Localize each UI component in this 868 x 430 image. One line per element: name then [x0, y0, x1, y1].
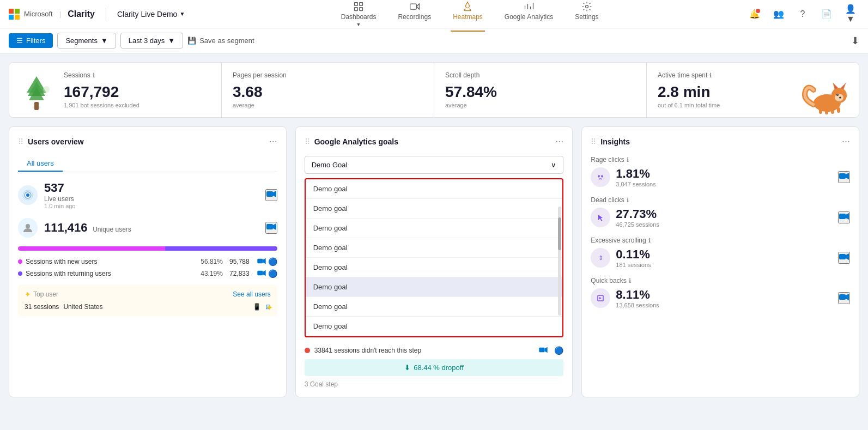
drag-handle-users[interactable]: ⠿	[18, 137, 23, 146]
dashboards-icon	[353, 1, 364, 12]
goals-item-1[interactable]: Demo goal	[306, 179, 563, 199]
goals-menu-button[interactable]: ···	[555, 136, 563, 147]
unique-users-row: 111,416 Unique users	[18, 218, 277, 238]
excessive-scrolling-camera[interactable]	[838, 252, 850, 264]
quick-backs-info[interactable]: ℹ	[629, 277, 631, 284]
nav-item-dashboards[interactable]: Dashboards ▼	[339, 0, 379, 32]
goals-item-5[interactable]: Demo goal	[306, 258, 563, 277]
nav-divider	[106, 8, 106, 21]
svg-point-10	[585, 5, 588, 8]
account-button[interactable]: 👤 ▼	[842, 5, 859, 23]
metric-cards: Sessions ℹ 167,792 1,901 bot sessions ex…	[9, 62, 859, 118]
svg-rect-30	[837, 107, 840, 113]
nav-item-google-analytics[interactable]: Google Analytics	[502, 0, 555, 32]
help-button[interactable]: ?	[794, 5, 811, 23]
toolbar: ☰ Filters Segments ▼ Last 3 days ▼ 💾 Sav…	[0, 28, 868, 53]
unique-users-camera-button[interactable]	[265, 222, 277, 234]
google-analytics-goals-card: ⠿ Google Analytics goals ··· Demo Goal ∨…	[295, 126, 573, 397]
sessions-new-camera[interactable]	[257, 257, 266, 266]
drag-handle-goals[interactable]: ⠿	[305, 137, 310, 146]
svg-rect-3	[360, 7, 363, 10]
rage-clicks-icon	[591, 167, 610, 187]
rage-clicks-stat: 1.81% 3,047 sessions	[591, 167, 850, 187]
rage-clicks-label: Rage clicks ℹ	[591, 156, 850, 163]
svg-rect-48	[839, 173, 846, 179]
excessive-scrolling-label: Excessive scrolling ℹ	[591, 237, 850, 244]
drag-handle-insights[interactable]: ⠿	[591, 137, 596, 146]
notifications-button[interactable]: 🔔	[746, 5, 763, 23]
docs-button[interactable]: 📄	[818, 5, 835, 23]
dead-clicks-camera[interactable]	[838, 211, 850, 223]
dead-clicks-value: 27.73%	[616, 207, 659, 221]
insights-title: Insights	[600, 137, 630, 146]
missed-sessions-text: 33841 sessions didn't reach this step	[314, 347, 421, 354]
sessions-new-flag[interactable]: 🔵	[268, 257, 277, 266]
goals-item-6[interactable]: Demo goal	[306, 277, 563, 297]
unique-users-label: Unique users	[93, 226, 131, 233]
pages-per-session-value: 3.68	[233, 83, 423, 101]
goals-item-4[interactable]: Demo goal	[306, 238, 563, 258]
nav-right: 🔔 👥 ? 📄 👤 ▼	[746, 5, 859, 23]
rage-clicks-sub: 3,047 sessions	[616, 181, 655, 187]
goals-item-2[interactable]: Demo goal	[306, 199, 563, 219]
download-button[interactable]: ⬇	[851, 35, 859, 47]
missed-sessions-camera[interactable]	[539, 347, 548, 355]
dropoff-arrow: ⬇	[404, 364, 410, 372]
goals-scrollbar-thumb[interactable]	[558, 217, 561, 250]
active-time-info-icon[interactable]: ℹ	[709, 72, 712, 79]
svg-point-45	[596, 172, 605, 182]
svg-rect-52	[839, 214, 846, 219]
dead-clicks-info[interactable]: ℹ	[627, 197, 629, 204]
save-segment-button[interactable]: 💾 Save as segment	[187, 37, 254, 45]
people-icon-button[interactable]: 👥	[770, 5, 787, 23]
nav-item-settings[interactable]: Settings	[573, 0, 600, 32]
goals-bottom: 33841 sessions didn't reach this step 🔵 …	[305, 342, 564, 388]
svg-rect-39	[257, 259, 263, 264]
svg-marker-5	[416, 4, 419, 9]
rage-clicks-info[interactable]: ℹ	[627, 156, 629, 163]
sessions-returning-flag[interactable]: 🔵	[268, 269, 277, 278]
segments-button[interactable]: Segments ▼	[57, 33, 116, 49]
see-all-users-link[interactable]: See all users	[233, 290, 270, 298]
goals-item-8[interactable]: Demo goal	[306, 317, 563, 336]
svg-point-25	[837, 94, 837, 95]
metric-card-sessions: Sessions ℹ 167,792 1,901 bot sessions ex…	[9, 63, 222, 117]
goals-dropdown-trigger[interactable]: Demo Goal ∨	[305, 156, 564, 174]
unique-users-count: 111,416	[44, 221, 88, 234]
users-overview-menu-button[interactable]: ···	[269, 136, 277, 147]
daterange-button[interactable]: Last 3 days ▼	[120, 33, 183, 49]
settings-icon	[581, 1, 592, 12]
excessive-scrolling-info[interactable]: ℹ	[648, 237, 651, 244]
sessions-returning-camera[interactable]	[257, 269, 266, 278]
scroll-depth-label: Scroll depth	[445, 71, 635, 79]
top-user-sessions: 31 sessions	[25, 303, 59, 311]
svg-rect-4	[410, 4, 416, 9]
live-users-camera-button[interactable]	[265, 189, 277, 201]
excessive-scrolling-icon: ⇕	[591, 248, 610, 268]
returning-users-bar	[165, 246, 277, 251]
camera-icon-3	[257, 258, 266, 264]
nav-item-recordings[interactable]: Recordings	[396, 0, 433, 32]
svg-marker-42	[263, 270, 265, 276]
missed-sessions-flag[interactable]: 🔵	[554, 346, 563, 355]
filters-button[interactable]: ☰ Filters	[9, 33, 53, 48]
back-icon	[595, 293, 606, 304]
goals-scrollbar[interactable]	[558, 207, 561, 316]
quick-backs-label: Quick backs ℹ	[591, 277, 850, 284]
goals-item-7[interactable]: Demo goal	[306, 297, 563, 317]
quick-backs-camera[interactable]	[838, 292, 850, 304]
live-indicator	[18, 185, 38, 205]
nav-item-heatmaps[interactable]: Heatmaps	[451, 0, 485, 32]
pages-per-session-label: Pages per session	[233, 71, 423, 79]
insights-menu-button[interactable]: ···	[842, 136, 850, 147]
goals-title: Google Analytics goals	[314, 137, 398, 146]
red-dot-icon	[305, 348, 310, 353]
rage-clicks-camera[interactable]	[838, 171, 850, 183]
project-name-selector[interactable]: Clarity Live Demo ▼	[117, 10, 185, 19]
excessive-scrolling-row: Excessive scrolling ℹ ⇕ 0.11% 181 sessio…	[591, 237, 850, 268]
top-nav: Microsoft | Clarity Clarity Live Demo ▼ …	[0, 0, 868, 28]
tab-all-users[interactable]: All users	[18, 156, 63, 172]
sessions-info-icon[interactable]: ℹ	[93, 72, 95, 79]
excessive-scrolling-sub: 181 sessions	[616, 262, 651, 268]
goals-item-3[interactable]: Demo goal	[306, 219, 563, 238]
